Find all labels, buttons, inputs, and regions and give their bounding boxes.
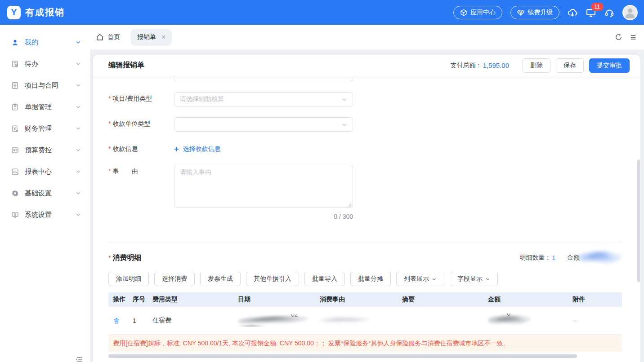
chevron-down-icon bbox=[76, 169, 81, 174]
app-center-button[interactable]: 应用中心 bbox=[453, 6, 502, 19]
message-monitor-icon[interactable]: 11 bbox=[586, 7, 596, 18]
resize-grip-icon[interactable] bbox=[348, 203, 352, 207]
app-center-label: 应用中心 bbox=[470, 9, 496, 17]
detail-count-value: 1 bbox=[552, 254, 555, 261]
col-amount: 金额 bbox=[483, 296, 568, 304]
headset-icon[interactable] bbox=[604, 8, 614, 18]
field-label: 收款信息 bbox=[112, 145, 138, 152]
finance-yuan-icon bbox=[11, 125, 19, 132]
select-consumption-button[interactable]: 选择消费 bbox=[154, 272, 195, 286]
field-label: 事 由 bbox=[112, 168, 138, 175]
horizontal-scrollbar-thumb[interactable] bbox=[108, 354, 577, 358]
horizontal-scrollbar bbox=[108, 354, 622, 358]
field-display-dropdown[interactable]: 字段显示 bbox=[450, 272, 498, 286]
select-payee-info-link[interactable]: + 选择收款信息 bbox=[174, 145, 221, 153]
chevron-down-icon bbox=[341, 122, 347, 128]
row-attachment: -- bbox=[568, 317, 619, 324]
sidebar-item-label: 预算费控 bbox=[25, 146, 52, 155]
invoice-generate-button[interactable]: 发票生成 bbox=[200, 272, 241, 286]
menu-lines-icon[interactable] bbox=[630, 34, 637, 41]
section-title: 消费明细 bbox=[112, 253, 141, 263]
refresh-icon[interactable] bbox=[615, 33, 622, 41]
sidebar-collapse-icon[interactable] bbox=[75, 355, 84, 362]
user-icon bbox=[11, 39, 19, 46]
chevron-down-icon bbox=[76, 126, 81, 131]
sidebar-item-label: 财务管理 bbox=[25, 124, 52, 133]
user-avatar[interactable] bbox=[622, 5, 638, 20]
save-button[interactable]: 保存 bbox=[556, 58, 584, 73]
sidebar-item-system-settings[interactable]: 系统设置 bbox=[0, 204, 90, 225]
batch-allocate-button[interactable]: 批量分摊 bbox=[350, 272, 391, 286]
sidebar-item-label: 我的 bbox=[25, 38, 38, 47]
sidebar-item-projects-contracts[interactable]: 项目与合同 bbox=[0, 75, 90, 96]
reason-textarea[interactable] bbox=[174, 165, 353, 208]
sidebar-item-label: 报表中心 bbox=[25, 168, 52, 176]
notification-badge: 11 bbox=[591, 3, 604, 11]
delete-button[interactable]: 删除 bbox=[523, 58, 550, 73]
chevron-down-icon bbox=[76, 40, 81, 45]
sidebar-item-label: 项目与合同 bbox=[25, 81, 58, 90]
sidebar-item-reports[interactable]: 报表中心 bbox=[0, 161, 90, 182]
gem-icon bbox=[517, 9, 524, 16]
sidebar-item-mine[interactable]: 我的 bbox=[0, 31, 90, 53]
chevron-down-icon bbox=[76, 147, 81, 153]
char-counter: 0 / 300 bbox=[108, 213, 353, 220]
sidebar-item-label: 待办 bbox=[25, 60, 38, 68]
redacted-total-amount bbox=[577, 248, 622, 266]
chevron-down-icon bbox=[76, 83, 81, 88]
field-label: 项目/费用类型 bbox=[112, 95, 152, 102]
total-label: 支付总额： bbox=[451, 62, 482, 70]
chevron-down-icon bbox=[76, 61, 81, 66]
col-seq: 序号 bbox=[128, 296, 148, 304]
field-project-type: *项目/费用类型 请选择辅助核算 bbox=[108, 92, 622, 106]
page-title: 编辑报销单 bbox=[108, 61, 144, 70]
section-divider bbox=[108, 242, 622, 242]
list-view-dropdown[interactable]: 列表展示 bbox=[396, 272, 444, 286]
sidebar-item-budget[interactable]: 预算费控 bbox=[0, 139, 90, 161]
project-type-select[interactable]: 请选择辅助核算 bbox=[174, 92, 353, 106]
batch-import-button[interactable]: 批量导入 bbox=[304, 272, 345, 286]
trash-icon[interactable] bbox=[113, 317, 128, 324]
col-attachment: 附件 bbox=[568, 296, 619, 304]
sidebar-item-documents[interactable]: 单据管理 bbox=[0, 96, 90, 118]
add-detail-button[interactable]: 添加明细 bbox=[108, 272, 149, 286]
col-actions: 操作 bbox=[108, 296, 128, 304]
table-header-row: 操作 序号 费用类型 日期 消费事由 摘要 金额 附件 bbox=[108, 292, 622, 307]
vertical-scrollbar-thumb[interactable] bbox=[637, 159, 640, 282]
submit-approval-button[interactable]: 提交审批 bbox=[589, 58, 630, 73]
required-mark: * bbox=[108, 145, 111, 152]
tab-home-label: 首页 bbox=[107, 33, 120, 41]
field-label: 收款单位类型 bbox=[112, 120, 150, 127]
topbar: Y 有成报销 应用中心 续费升级 11 bbox=[0, 0, 644, 25]
sidebar-item-basic-settings[interactable]: 基础设置 bbox=[0, 182, 90, 204]
bar-chart-icon bbox=[11, 168, 19, 176]
chevron-down-icon bbox=[432, 277, 437, 282]
tab-home[interactable]: 首页 bbox=[96, 33, 120, 41]
close-icon[interactable]: × bbox=[161, 34, 165, 41]
field-payee-info: *收款信息 + 选择收款信息 bbox=[108, 145, 622, 153]
contract-icon bbox=[11, 82, 19, 89]
sidebar-item-todo[interactable]: 待办 bbox=[0, 53, 90, 75]
edit-report-card: 编辑报销单 支付总额： 1,595.00 删除 保存 提交审批 *项目/费用类型… bbox=[93, 55, 640, 362]
required-mark: * bbox=[108, 168, 111, 175]
clipped-input-field[interactable] bbox=[174, 77, 353, 81]
clipboard-icon bbox=[11, 103, 19, 111]
tab-report[interactable]: 报销单 × bbox=[131, 29, 172, 46]
required-mark: * bbox=[108, 254, 111, 261]
renew-upgrade-button[interactable]: 续费升级 bbox=[510, 6, 559, 19]
chevron-down-icon bbox=[76, 104, 81, 110]
sidebar-item-finance[interactable]: 财务管理 bbox=[0, 118, 90, 139]
col-summary: 摘要 bbox=[398, 296, 483, 304]
import-other-docs-button[interactable]: 其他单据引入 bbox=[246, 272, 299, 286]
row-seq: 1 bbox=[128, 317, 148, 324]
cloud-download-icon[interactable] bbox=[568, 8, 577, 18]
payee-unit-type-select[interactable] bbox=[174, 117, 353, 132]
clipboard-clock-icon bbox=[11, 60, 19, 68]
col-date: 日期 bbox=[233, 296, 315, 304]
brand: Y 有成报销 bbox=[7, 6, 65, 19]
row-consume-reason bbox=[315, 315, 398, 326]
redacted-amount-value bbox=[487, 313, 531, 327]
tab-strip: 首页 报销单 × bbox=[90, 25, 644, 49]
select-payee-info-label: 选择收款信息 bbox=[183, 145, 221, 153]
home-icon bbox=[96, 33, 104, 41]
